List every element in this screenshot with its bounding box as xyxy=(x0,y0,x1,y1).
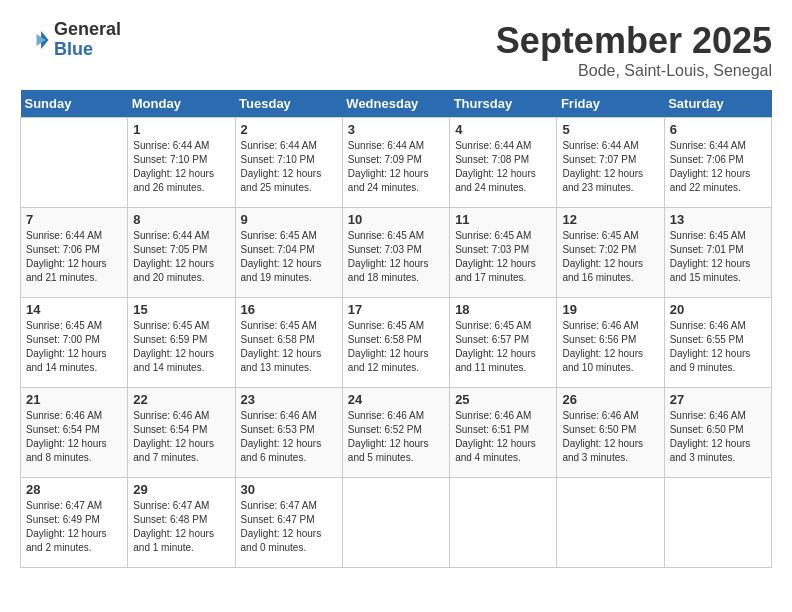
day-number: 17 xyxy=(348,302,444,317)
calendar-table: SundayMondayTuesdayWednesdayThursdayFrid… xyxy=(20,90,772,568)
month-title: September 2025 xyxy=(496,20,772,62)
day-info: Sunrise: 6:46 AM Sunset: 6:52 PM Dayligh… xyxy=(348,409,444,465)
week-row-1: 1Sunrise: 6:44 AM Sunset: 7:10 PM Daylig… xyxy=(21,118,772,208)
weekday-header-thursday: Thursday xyxy=(450,90,557,118)
day-info: Sunrise: 6:47 AM Sunset: 6:47 PM Dayligh… xyxy=(241,499,337,555)
calendar-cell: 3Sunrise: 6:44 AM Sunset: 7:09 PM Daylig… xyxy=(342,118,449,208)
day-info: Sunrise: 6:45 AM Sunset: 7:01 PM Dayligh… xyxy=(670,229,766,285)
week-row-2: 7Sunrise: 6:44 AM Sunset: 7:06 PM Daylig… xyxy=(21,208,772,298)
page-header: General Blue September 2025 Bode, Saint-… xyxy=(20,20,772,80)
day-number: 11 xyxy=(455,212,551,227)
calendar-cell: 4Sunrise: 6:44 AM Sunset: 7:08 PM Daylig… xyxy=(450,118,557,208)
calendar-cell xyxy=(664,478,771,568)
day-number: 21 xyxy=(26,392,122,407)
day-info: Sunrise: 6:46 AM Sunset: 6:54 PM Dayligh… xyxy=(133,409,229,465)
calendar-cell: 7Sunrise: 6:44 AM Sunset: 7:06 PM Daylig… xyxy=(21,208,128,298)
calendar-cell: 29Sunrise: 6:47 AM Sunset: 6:48 PM Dayli… xyxy=(128,478,235,568)
calendar-cell: 28Sunrise: 6:47 AM Sunset: 6:49 PM Dayli… xyxy=(21,478,128,568)
day-info: Sunrise: 6:45 AM Sunset: 6:58 PM Dayligh… xyxy=(348,319,444,375)
day-number: 8 xyxy=(133,212,229,227)
day-info: Sunrise: 6:44 AM Sunset: 7:06 PM Dayligh… xyxy=(26,229,122,285)
day-number: 15 xyxy=(133,302,229,317)
day-info: Sunrise: 6:44 AM Sunset: 7:06 PM Dayligh… xyxy=(670,139,766,195)
day-info: Sunrise: 6:46 AM Sunset: 6:50 PM Dayligh… xyxy=(670,409,766,465)
logo-general: General xyxy=(54,20,121,40)
day-number: 19 xyxy=(562,302,658,317)
logo-blue: Blue xyxy=(54,40,121,60)
weekday-header-monday: Monday xyxy=(128,90,235,118)
day-info: Sunrise: 6:44 AM Sunset: 7:08 PM Dayligh… xyxy=(455,139,551,195)
weekday-header-wednesday: Wednesday xyxy=(342,90,449,118)
calendar-cell: 13Sunrise: 6:45 AM Sunset: 7:01 PM Dayli… xyxy=(664,208,771,298)
day-number: 3 xyxy=(348,122,444,137)
day-number: 7 xyxy=(26,212,122,227)
calendar-cell: 9Sunrise: 6:45 AM Sunset: 7:04 PM Daylig… xyxy=(235,208,342,298)
logo-text: General Blue xyxy=(54,20,121,60)
weekday-header-tuesday: Tuesday xyxy=(235,90,342,118)
logo: General Blue xyxy=(20,20,121,60)
calendar-cell xyxy=(450,478,557,568)
calendar-cell: 19Sunrise: 6:46 AM Sunset: 6:56 PM Dayli… xyxy=(557,298,664,388)
day-info: Sunrise: 6:46 AM Sunset: 6:50 PM Dayligh… xyxy=(562,409,658,465)
calendar-cell: 12Sunrise: 6:45 AM Sunset: 7:02 PM Dayli… xyxy=(557,208,664,298)
calendar-cell xyxy=(21,118,128,208)
calendar-cell: 6Sunrise: 6:44 AM Sunset: 7:06 PM Daylig… xyxy=(664,118,771,208)
calendar-cell: 22Sunrise: 6:46 AM Sunset: 6:54 PM Dayli… xyxy=(128,388,235,478)
day-number: 28 xyxy=(26,482,122,497)
calendar-cell: 27Sunrise: 6:46 AM Sunset: 6:50 PM Dayli… xyxy=(664,388,771,478)
day-info: Sunrise: 6:44 AM Sunset: 7:10 PM Dayligh… xyxy=(241,139,337,195)
day-number: 24 xyxy=(348,392,444,407)
calendar-cell xyxy=(557,478,664,568)
calendar-cell: 20Sunrise: 6:46 AM Sunset: 6:55 PM Dayli… xyxy=(664,298,771,388)
calendar-cell: 18Sunrise: 6:45 AM Sunset: 6:57 PM Dayli… xyxy=(450,298,557,388)
day-info: Sunrise: 6:45 AM Sunset: 7:02 PM Dayligh… xyxy=(562,229,658,285)
calendar-cell: 17Sunrise: 6:45 AM Sunset: 6:58 PM Dayli… xyxy=(342,298,449,388)
day-number: 27 xyxy=(670,392,766,407)
week-row-5: 28Sunrise: 6:47 AM Sunset: 6:49 PM Dayli… xyxy=(21,478,772,568)
day-info: Sunrise: 6:44 AM Sunset: 7:05 PM Dayligh… xyxy=(133,229,229,285)
day-number: 18 xyxy=(455,302,551,317)
day-number: 2 xyxy=(241,122,337,137)
day-number: 5 xyxy=(562,122,658,137)
calendar-cell: 11Sunrise: 6:45 AM Sunset: 7:03 PM Dayli… xyxy=(450,208,557,298)
day-info: Sunrise: 6:46 AM Sunset: 6:51 PM Dayligh… xyxy=(455,409,551,465)
day-info: Sunrise: 6:45 AM Sunset: 6:58 PM Dayligh… xyxy=(241,319,337,375)
day-info: Sunrise: 6:45 AM Sunset: 6:57 PM Dayligh… xyxy=(455,319,551,375)
day-number: 30 xyxy=(241,482,337,497)
weekday-header-saturday: Saturday xyxy=(664,90,771,118)
day-number: 6 xyxy=(670,122,766,137)
day-info: Sunrise: 6:46 AM Sunset: 6:56 PM Dayligh… xyxy=(562,319,658,375)
day-number: 16 xyxy=(241,302,337,317)
title-block: September 2025 Bode, Saint-Louis, Senega… xyxy=(496,20,772,80)
day-number: 23 xyxy=(241,392,337,407)
day-info: Sunrise: 6:44 AM Sunset: 7:07 PM Dayligh… xyxy=(562,139,658,195)
week-row-4: 21Sunrise: 6:46 AM Sunset: 6:54 PM Dayli… xyxy=(21,388,772,478)
calendar-cell: 2Sunrise: 6:44 AM Sunset: 7:10 PM Daylig… xyxy=(235,118,342,208)
day-info: Sunrise: 6:46 AM Sunset: 6:55 PM Dayligh… xyxy=(670,319,766,375)
day-number: 26 xyxy=(562,392,658,407)
calendar-cell: 21Sunrise: 6:46 AM Sunset: 6:54 PM Dayli… xyxy=(21,388,128,478)
day-info: Sunrise: 6:46 AM Sunset: 6:54 PM Dayligh… xyxy=(26,409,122,465)
calendar-cell: 25Sunrise: 6:46 AM Sunset: 6:51 PM Dayli… xyxy=(450,388,557,478)
day-info: Sunrise: 6:47 AM Sunset: 6:48 PM Dayligh… xyxy=(133,499,229,555)
calendar-cell: 24Sunrise: 6:46 AM Sunset: 6:52 PM Dayli… xyxy=(342,388,449,478)
day-info: Sunrise: 6:45 AM Sunset: 7:00 PM Dayligh… xyxy=(26,319,122,375)
day-number: 9 xyxy=(241,212,337,227)
calendar-cell: 16Sunrise: 6:45 AM Sunset: 6:58 PM Dayli… xyxy=(235,298,342,388)
calendar-cell: 10Sunrise: 6:45 AM Sunset: 7:03 PM Dayli… xyxy=(342,208,449,298)
day-number: 13 xyxy=(670,212,766,227)
day-info: Sunrise: 6:45 AM Sunset: 7:04 PM Dayligh… xyxy=(241,229,337,285)
day-number: 4 xyxy=(455,122,551,137)
day-info: Sunrise: 6:46 AM Sunset: 6:53 PM Dayligh… xyxy=(241,409,337,465)
calendar-cell: 26Sunrise: 6:46 AM Sunset: 6:50 PM Dayli… xyxy=(557,388,664,478)
day-number: 25 xyxy=(455,392,551,407)
calendar-cell: 15Sunrise: 6:45 AM Sunset: 6:59 PM Dayli… xyxy=(128,298,235,388)
day-number: 10 xyxy=(348,212,444,227)
day-number: 29 xyxy=(133,482,229,497)
day-info: Sunrise: 6:45 AM Sunset: 7:03 PM Dayligh… xyxy=(455,229,551,285)
calendar-cell: 30Sunrise: 6:47 AM Sunset: 6:47 PM Dayli… xyxy=(235,478,342,568)
day-info: Sunrise: 6:44 AM Sunset: 7:09 PM Dayligh… xyxy=(348,139,444,195)
location: Bode, Saint-Louis, Senegal xyxy=(496,62,772,80)
calendar-cell xyxy=(342,478,449,568)
week-row-3: 14Sunrise: 6:45 AM Sunset: 7:00 PM Dayli… xyxy=(21,298,772,388)
